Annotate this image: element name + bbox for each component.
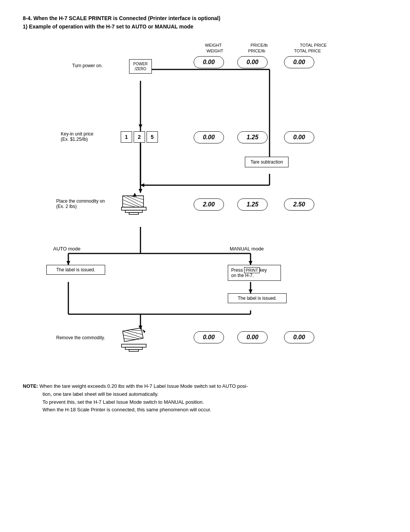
svg-marker-36 [133, 193, 137, 197]
note-bold: NOTE: [23, 383, 38, 389]
note-text2: tion, one tare label sheet will be issue… [43, 390, 387, 398]
svg-rect-46 [129, 349, 139, 351]
label-key-in: Key-in unit price(Ex. $1.25/lb) [61, 131, 121, 142]
col-header-weight: WEIGHT [205, 43, 222, 47]
scale-icon-remove [120, 327, 150, 359]
label-remove-commodity: Remove the commodity. [56, 335, 126, 340]
label-turn-power: Turn power on. [72, 63, 102, 68]
svg-marker-43 [142, 329, 145, 333]
col-header-total: TOTAL PRICE [300, 43, 327, 47]
display-r2-total: 0.00 [284, 131, 314, 143]
svg-marker-9 [139, 189, 142, 193]
header-line2: 1) Example of operation with the H-7 set… [23, 24, 387, 30]
display-r5-weight: 0.00 [194, 331, 224, 343]
key-5[interactable]: 5 [147, 131, 158, 143]
svg-marker-19 [249, 290, 252, 293]
svg-marker-16 [249, 261, 252, 265]
svg-rect-35 [129, 212, 139, 214]
key-2[interactable]: 2 [134, 131, 145, 143]
svg-line-28 [130, 196, 144, 200]
display-r5-price: 0.00 [237, 331, 268, 343]
note-text4: When the H-18 Scale Printer is connected… [43, 406, 387, 414]
note-section: NOTE: When the tare weight exceeds 0.20 … [23, 382, 387, 414]
auto-mode-label: AUTO mode [53, 246, 80, 252]
col-total-label: TOTAL PRICE [289, 49, 326, 53]
manual-press-print: Press PRINTkeyon the H-7. [228, 265, 281, 281]
col-price-label: PRICE/lb [241, 49, 272, 53]
svg-marker-13 [66, 261, 70, 265]
svg-line-31 [123, 203, 136, 207]
svg-rect-34 [125, 210, 142, 212]
key-1[interactable]: 1 [121, 131, 132, 143]
power-zero-button[interactable]: POWER/ZERO [129, 59, 152, 74]
display-r1-weight: 0.00 [194, 56, 224, 68]
label-place-commodity: Place the commodity on(Ex. 2 lbs) [56, 198, 126, 209]
scale-icon-load [120, 193, 150, 222]
svg-line-26 [123, 196, 144, 207]
manual-mode-label: MANUAL mode [230, 246, 264, 252]
auto-label-issued: The label is issued. [46, 265, 105, 275]
tare-subtraction-box: Tare subtraction [245, 157, 289, 167]
display-r3-price: 1.25 [237, 198, 268, 211]
display-r3-total: 2.50 [284, 198, 314, 211]
note-text1: When the tare weight exceeds 0.20 lbs wi… [38, 383, 248, 389]
display-r1-price: 0.00 [237, 56, 268, 68]
svg-rect-45 [125, 347, 142, 349]
svg-rect-33 [121, 207, 146, 210]
col-weight-label: WEIGHT [200, 49, 230, 53]
power-zero-label: POWER/ZERO [132, 61, 148, 71]
display-r1-total: 0.00 [284, 56, 314, 68]
svg-marker-7 [140, 183, 144, 187]
display-r2-price: 1.25 [237, 131, 268, 143]
svg-marker-1 [139, 124, 142, 128]
display-r3-weight: 2.00 [194, 198, 224, 211]
manual-label-issued: The label is issued. [228, 293, 287, 303]
col-header-price: PRICE/lb [251, 43, 268, 47]
display-r5-total: 0.00 [284, 331, 314, 343]
print-key-label[interactable]: PRINT [244, 267, 260, 273]
diagram-area: WEIGHT PRICE/lb TOTAL PRICE Turn power o… [23, 41, 387, 371]
header-line1: 8-4. When the H-7 SCALE PRINTER is Conne… [23, 15, 387, 21]
note-text3: To prevent this, set the H-7 Label Issue… [43, 398, 387, 406]
display-r2-weight: 0.00 [194, 131, 224, 143]
svg-rect-44 [121, 344, 146, 347]
